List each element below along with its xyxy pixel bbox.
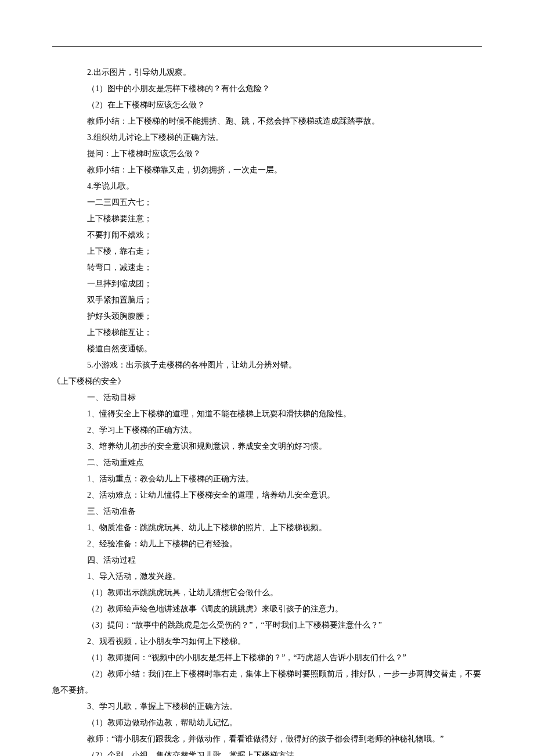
text-line: 3、学习儿歌，掌握上下楼梯的正确方法。 xyxy=(52,699,482,715)
text-line: 一旦摔到缩成团； xyxy=(52,276,482,292)
text-line: 2、经验准备：幼儿上下楼梯的已有经验。 xyxy=(52,536,482,552)
text-line: （2）在上下楼梯时应该怎么做？ xyxy=(52,97,482,113)
text-line: 3、培养幼儿初步的安全意识和规则意识，养成安全文明的好习惯。 xyxy=(52,438,482,455)
text-line: 四、活动过程 xyxy=(52,552,482,568)
text-line: （1）图中的小朋友是怎样下楼梯的？有什么危险？ xyxy=(52,81,482,97)
text-line: 1、懂得安全上下楼梯的道理，知道不能在楼梯上玩耍和滑扶梯的危险性。 xyxy=(52,406,482,422)
text-line: （2）个别、小组、集体交替学习儿歌，掌握上下楼梯方法。 xyxy=(52,747,482,756)
text-line: （1）教师提问：“视频中的小朋友是怎样上下楼梯的？”，“巧虎超人告诉小朋友们什么… xyxy=(52,650,482,666)
document-page: 2.出示图片，引导幼儿观察。（1）图中的小朋友是怎样下楼梯的？有什么危险？（2）… xyxy=(0,0,534,756)
text-line: 二、活动重难点 xyxy=(52,455,482,471)
text-line: （1）教师出示跳跳虎玩具，让幼儿猜想它会做什么。 xyxy=(52,585,482,601)
text-line: 上下楼梯能互让； xyxy=(52,325,482,341)
text-line: 不要打闹不嬉戏； xyxy=(52,227,482,243)
text-line: 一二三四五六七； xyxy=(52,195,482,211)
document-body: 2.出示图片，引导幼儿观察。（1）图中的小朋友是怎样下楼梯的？有什么危险？（2）… xyxy=(52,64,482,756)
text-line: 2、观看视频，让小朋友学习如何上下楼梯。 xyxy=(52,633,482,650)
horizontal-rule xyxy=(52,46,482,47)
text-line: 上下楼，靠右走； xyxy=(52,243,482,260)
text-line: 4.学说儿歌。 xyxy=(52,178,482,195)
text-line: 2、活动难点：让幼儿懂得上下楼梯安全的道理，培养幼儿安全意识。 xyxy=(52,487,482,503)
text-line: 楼道自然变通畅。 xyxy=(52,341,482,357)
text-line: 护好头颈胸腹腰； xyxy=(52,308,482,325)
text-line: 2、学习上下楼梯的正确方法。 xyxy=(52,422,482,438)
text-line: 提问：上下楼梯时应该怎么做？ xyxy=(52,146,482,162)
text-line: 3.组织幼儿讨论上下楼梯的正确方法。 xyxy=(52,129,482,146)
text-line: （2）教师小结：我们在上下楼梯时靠右走，集体上下楼梯时要照顾前后，排好队，一步一… xyxy=(52,666,482,699)
text-line: 1、导入活动，激发兴趣。 xyxy=(52,568,482,585)
text-line: 教师：“请小朋友们跟我念，并做动作，看看谁做得好，做得好的孩子都会得到老师的神秘… xyxy=(52,731,482,747)
text-line: （2）教师绘声绘色地讲述故事《调皮的跳跳虎》来吸引孩子的注意力。 xyxy=(52,601,482,617)
text-line: 1、物质准备：跳跳虎玩具、幼儿上下楼梯的照片、上下楼梯视频。 xyxy=(52,520,482,536)
text-line: 一、活动目标 xyxy=(52,390,482,406)
text-line: 教师小结：上下楼梯的时候不能拥挤、跑、跳，不然会摔下楼梯或造成踩踏事故。 xyxy=(52,113,482,129)
text-line: 2.出示图片，引导幼儿观察。 xyxy=(52,64,482,81)
text-line: 教师小结：上下楼梯靠又走，切勿拥挤，一次走一层。 xyxy=(52,162,482,178)
text-line: （3）提问：“故事中的跳跳虎是怎么受伤的？”，“平时我们上下楼梯要注意什么？” xyxy=(52,617,482,633)
text-line: （1）教师边做动作边教，帮助幼儿记忆。 xyxy=(52,715,482,731)
text-line: 5.小游戏：出示孩子走楼梯的各种图片，让幼儿分辨对错。 xyxy=(52,357,482,373)
text-line: 三、活动准备 xyxy=(52,503,482,520)
text-line: 上下楼梯要注意； xyxy=(52,211,482,227)
text-line: 1、活动重点：教会幼儿上下楼梯的正确方法。 xyxy=(52,471,482,487)
text-line: 双手紧扣置脑后； xyxy=(52,292,482,308)
text-line: 转弯口，减速走； xyxy=(52,260,482,276)
text-line: 《上下楼梯的安全》 xyxy=(52,373,482,390)
